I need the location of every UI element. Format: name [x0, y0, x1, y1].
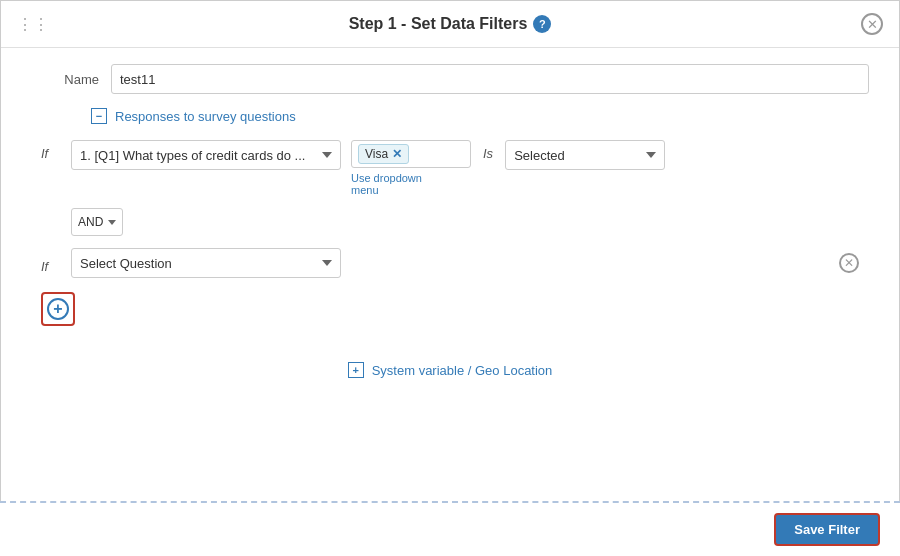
page-title: Step 1 - Set Data Filters — [349, 15, 528, 33]
add-row: + — [31, 292, 869, 326]
and-select[interactable]: AND OR — [71, 208, 123, 236]
and-row: AND OR — [31, 208, 869, 236]
condition-select-1[interactable]: Selected Not Selected Is Empty — [505, 140, 665, 170]
responses-section-header: − Responses to survey questions — [31, 108, 869, 124]
close-button[interactable]: ✕ — [861, 13, 883, 35]
is-label-1: Is — [471, 140, 505, 167]
row-remove-button[interactable]: ✕ — [839, 253, 859, 273]
name-row: Name — [31, 64, 869, 94]
save-filter-button[interactable]: Save Filter — [774, 513, 880, 546]
system-toggle[interactable]: + — [348, 362, 364, 378]
visa-tag: Visa ✕ — [358, 144, 409, 164]
footer: Save Filter — [0, 501, 900, 556]
responses-section-label: Responses to survey questions — [115, 109, 296, 124]
tag-remove-icon[interactable]: ✕ — [392, 147, 402, 161]
tag-box-1[interactable]: Visa ✕ — [351, 140, 471, 168]
main-content: Name − Responses to survey questions If … — [1, 48, 899, 358]
name-label: Name — [31, 72, 111, 87]
modal-header: ⋮⋮ Step 1 - Set Data Filters ? ✕ — [1, 1, 899, 48]
add-filter-button[interactable]: + — [41, 292, 75, 326]
if-label-1: If — [41, 140, 71, 161]
system-section-label: System variable / Geo Location — [372, 363, 553, 378]
drag-handle-icon[interactable]: ⋮⋮ — [17, 15, 49, 34]
row-remove-icon: ✕ — [844, 256, 854, 270]
filter-row-1: If 1. [Q1] What types of credit cards do… — [31, 140, 869, 196]
name-input[interactable] — [111, 64, 869, 94]
help-icon[interactable]: ? — [533, 15, 551, 33]
responses-toggle[interactable]: − — [91, 108, 107, 124]
dropdown-hint[interactable]: Use dropdownmenu — [351, 172, 471, 196]
question-select-1[interactable]: 1. [Q1] What types of credit cards do ..… — [71, 140, 341, 170]
tag-label: Visa — [365, 147, 388, 161]
filter-row-2: If Select Question ✕ — [31, 248, 869, 278]
answer-container-1: Visa ✕ Use dropdownmenu — [351, 140, 471, 196]
system-section-header: + System variable / Geo Location — [1, 362, 899, 378]
close-icon: ✕ — [867, 17, 878, 32]
if-label-2: If — [41, 253, 71, 274]
plus-icon: + — [47, 298, 69, 320]
question-select-2[interactable]: Select Question — [71, 248, 341, 278]
